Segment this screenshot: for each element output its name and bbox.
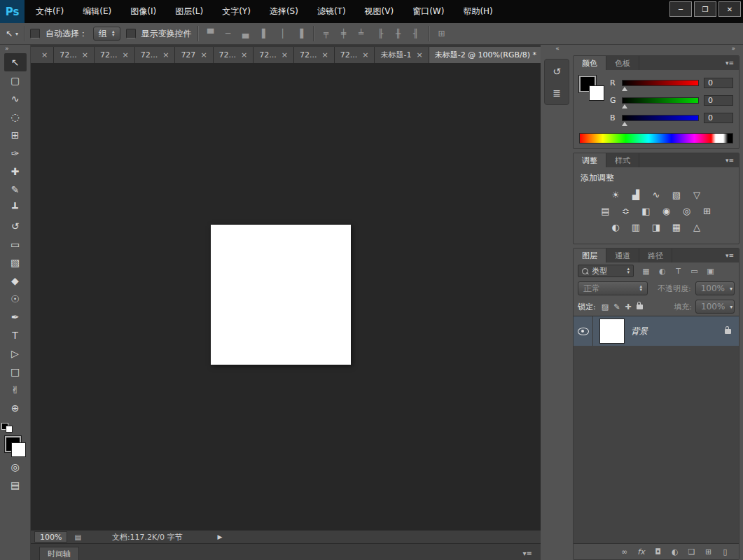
green-slider[interactable]: [622, 97, 699, 104]
document-tab[interactable]: ×: [31, 47, 54, 63]
document-tab[interactable]: 72... ×: [335, 47, 375, 63]
tool-type[interactable]: T: [4, 326, 27, 344]
tab-swatches[interactable]: 色板: [606, 56, 639, 70]
menu-image[interactable]: 图像(I): [130, 6, 156, 18]
blue-value-field[interactable]: 0: [704, 113, 733, 123]
tool-blur[interactable]: ◆: [4, 272, 27, 290]
posterize-icon[interactable]: ▥: [630, 222, 642, 232]
close-icon[interactable]: ×: [162, 50, 169, 59]
slider-thumb[interactable]: [622, 122, 627, 126]
document-tab-untitled-2-active[interactable]: 未标题-2 @ 100%(RGB/8) * ×: [429, 47, 555, 63]
selective-color-icon[interactable]: △: [690, 222, 703, 232]
timeline-menu-icon[interactable]: ▾≡: [523, 550, 532, 560]
adjustment-layer-icon[interactable]: ◐: [670, 547, 679, 556]
tool-path-selection[interactable]: ▷: [4, 344, 27, 363]
close-button[interactable]: ✕: [718, 1, 741, 17]
black-white-icon[interactable]: ◧: [640, 206, 653, 216]
close-icon[interactable]: ×: [416, 50, 422, 59]
foreground-background-swatch[interactable]: [579, 76, 604, 101]
distribute-right-icon[interactable]: ╢: [409, 27, 423, 41]
slider-thumb[interactable]: [622, 87, 627, 91]
layer-thumbnail[interactable]: [599, 318, 625, 344]
align-vcenter-icon[interactable]: ─: [221, 27, 235, 41]
document-tab[interactable]: 72... ×: [54, 47, 95, 63]
tool-history-brush[interactable]: ↺: [4, 217, 27, 235]
red-slider[interactable]: [622, 80, 699, 86]
lock-pixels-icon[interactable]: ✎: [613, 302, 620, 312]
menu-help[interactable]: 帮助(H): [463, 6, 492, 18]
fill-dropdown[interactable]: 100% ▾: [695, 300, 735, 314]
opacity-dropdown[interactable]: 100% ▾: [695, 281, 735, 295]
filter-shape-layers-icon[interactable]: ▭: [688, 265, 701, 277]
close-icon[interactable]: ×: [82, 50, 88, 59]
tab-adjustments[interactable]: 调整: [574, 153, 606, 167]
tool-preset-picker[interactable]: ↖ ▾: [6, 29, 18, 38]
tab-layers[interactable]: 图层: [574, 248, 606, 262]
menu-select[interactable]: 选择(S): [270, 6, 298, 18]
new-layer-icon[interactable]: ⊞: [704, 547, 713, 556]
auto-select-checkbox[interactable]: [30, 29, 40, 38]
delete-layer-icon[interactable]: ▯: [721, 547, 730, 556]
menu-window[interactable]: 窗口(W): [412, 6, 444, 18]
document-tab[interactable]: 72... ×: [135, 47, 176, 63]
document-tab[interactable]: 72... ×: [254, 47, 294, 63]
tool-clone-stamp[interactable]: ┻: [4, 199, 27, 217]
blue-slider[interactable]: [622, 115, 699, 121]
close-icon[interactable]: ×: [41, 50, 48, 59]
tool-healing-brush[interactable]: ✚: [4, 162, 27, 181]
tab-styles[interactable]: 样式: [606, 153, 639, 167]
close-icon[interactable]: ×: [122, 50, 128, 59]
document-tab[interactable]: 727 ×: [175, 47, 213, 63]
tab-paths[interactable]: 路径: [639, 248, 672, 262]
align-right-icon[interactable]: ▐: [293, 27, 307, 41]
close-icon[interactable]: ×: [322, 50, 328, 59]
document-tab[interactable]: 72... ×: [95, 47, 135, 63]
tool-crop[interactable]: ⊞: [4, 126, 27, 144]
document-tab[interactable]: 72... ×: [294, 47, 335, 63]
invert-icon[interactable]: ◐: [609, 222, 622, 232]
close-icon[interactable]: ×: [241, 50, 247, 59]
background-color[interactable]: [589, 85, 604, 101]
brightness-contrast-icon[interactable]: ☀: [609, 190, 622, 200]
auto-align-layers-icon[interactable]: ⊞: [435, 27, 449, 41]
properties-panel-icon[interactable]: ≣: [547, 84, 567, 102]
filter-adjustment-layers-icon[interactable]: ◐: [655, 265, 669, 277]
close-icon[interactable]: ×: [362, 50, 368, 59]
minimize-button[interactable]: ─: [669, 1, 692, 17]
menu-file[interactable]: 文件(F): [36, 6, 64, 18]
tool-dodge[interactable]: ☉: [4, 290, 27, 308]
visibility-cell[interactable]: [574, 316, 593, 346]
filter-smart-objects-icon[interactable]: ▣: [704, 265, 717, 277]
tool-move[interactable]: ↖: [4, 53, 27, 71]
show-transform-checkbox[interactable]: [126, 29, 136, 38]
align-top-icon[interactable]: ▀: [204, 27, 218, 41]
collapse-panels-icon[interactable]: »: [573, 45, 739, 55]
document-canvas[interactable]: [211, 225, 351, 365]
document-tab-untitled-1[interactable]: 未标题-1 ×: [375, 47, 429, 63]
expand-panels-icon[interactable]: «: [541, 45, 573, 55]
red-value-field[interactable]: 0: [704, 78, 733, 88]
panel-menu-icon[interactable]: ▾≡: [725, 153, 739, 167]
distribute-top-icon[interactable]: ╤: [319, 27, 333, 41]
filter-pixel-layers-icon[interactable]: ▦: [639, 265, 653, 277]
distribute-left-icon[interactable]: ╟: [374, 27, 388, 41]
color-lookup-icon[interactable]: ⊞: [701, 206, 714, 216]
green-value-field[interactable]: 0: [704, 95, 733, 106]
tab-color[interactable]: 颜色: [574, 56, 606, 70]
tool-lasso[interactable]: ∿: [4, 90, 27, 108]
history-panel-icon[interactable]: ↺: [547, 62, 567, 80]
photo-filter-icon[interactable]: ◉: [660, 206, 673, 216]
tool-rectangle[interactable]: □: [4, 363, 27, 381]
tool-quick-selection[interactable]: ◌: [4, 108, 27, 126]
align-hcenter-icon[interactable]: │: [276, 27, 290, 41]
channel-mixer-icon[interactable]: ◎: [681, 206, 693, 216]
color-balance-icon[interactable]: ≎: [620, 206, 632, 216]
panel-menu-icon[interactable]: ▾≡: [725, 56, 739, 70]
distribute-hcenter-icon[interactable]: ╫: [391, 27, 405, 41]
levels-icon[interactable]: ▟: [630, 190, 642, 200]
curves-icon[interactable]: ∿: [650, 190, 662, 200]
tool-marquee[interactable]: ▢: [4, 71, 27, 90]
lock-all-icon[interactable]: [637, 304, 643, 309]
tool-pen[interactable]: ✒: [4, 308, 27, 326]
layer-group-icon[interactable]: ❏: [687, 547, 696, 556]
